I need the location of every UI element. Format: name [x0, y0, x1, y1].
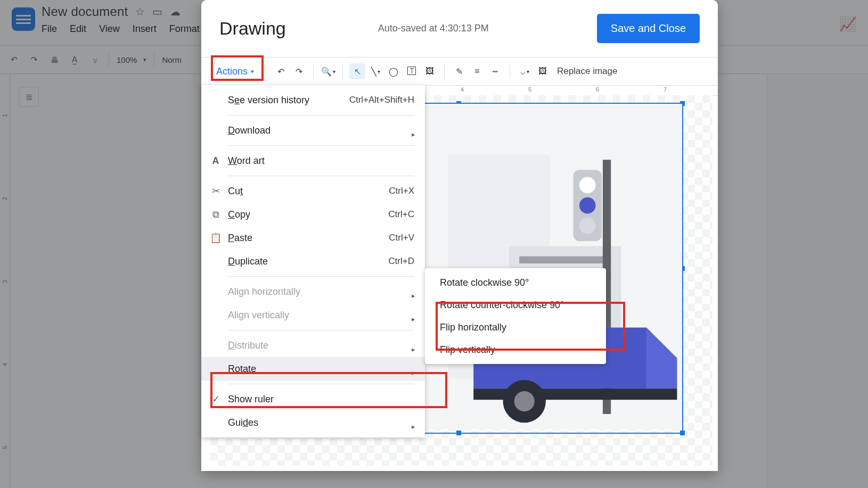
actions-menu: See version history Ctrl+Alt+Shift+H Dow… [201, 85, 425, 437]
paste-icon: 📋 [210, 232, 222, 244]
svg-point-8 [579, 197, 596, 214]
menu-download[interactable]: Download [201, 119, 425, 142]
zoom-icon[interactable]: 🔍 [320, 63, 336, 79]
menu-duplicate[interactable]: Duplicate Ctrl+D [201, 250, 425, 273]
crop-icon[interactable]: ⌵ [517, 63, 533, 79]
drawing-dialog: Drawing Auto-saved at 4:30:13 PM Save an… [201, 0, 718, 471]
select-tool-icon[interactable]: ↖ [349, 63, 365, 79]
submenu-rotate-ccw[interactable]: Rotate counter-clockwise 90° [425, 294, 606, 316]
menu-rotate[interactable]: Rotate [201, 357, 425, 381]
redo-icon[interactable]: ↷ [291, 63, 307, 79]
save-and-close-button[interactable]: Save and Close [597, 14, 700, 43]
menu-guides[interactable]: Guides [201, 411, 425, 434]
menu-copy[interactable]: ⧉ Copy Ctrl+C [201, 203, 425, 226]
border-dash-icon[interactable]: ┅ [487, 63, 503, 79]
svg-rect-3 [519, 257, 611, 263]
actions-dropdown[interactable]: Actions [211, 63, 259, 80]
line-tool-icon[interactable]: ╲ [367, 63, 383, 79]
border-weight-icon[interactable]: ≡ [469, 63, 485, 79]
image-tool-icon[interactable]: 🖼 [422, 63, 438, 79]
submenu-rotate-cw[interactable]: Rotate clockwise 90° [425, 271, 606, 294]
wordart-icon: A [210, 155, 222, 167]
menu-paste[interactable]: 📋 Paste Ctrl+V [201, 226, 425, 250]
menu-distribute: Distribute [201, 334, 425, 357]
rotate-submenu: Rotate clockwise 90° Rotate counter-cloc… [425, 268, 606, 364]
menu-show-ruler[interactable]: ✓ Show ruler [201, 387, 425, 411]
autosave-status: Auto-saved at 4:30:13 PM [270, 23, 597, 34]
menu-align-vertically: Align vertically [201, 303, 425, 327]
svg-point-9 [579, 218, 596, 234]
menu-wordart[interactable]: A Word art [201, 149, 425, 172]
textbox-tool-icon[interactable]: 🅃 [404, 63, 420, 79]
replace-image-label[interactable]: Replace image [557, 66, 617, 77]
menu-cut[interactable]: ✂ Cut Ctrl+X [201, 179, 425, 203]
submenu-flip-horizontal[interactable]: Flip horizontally [425, 316, 606, 338]
svg-point-14 [514, 391, 535, 411]
menu-version-history[interactable]: See version history Ctrl+Alt+Shift+H [201, 88, 425, 112]
copy-icon: ⧉ [210, 209, 222, 220]
check-icon: ✓ [210, 393, 222, 405]
border-color-icon[interactable]: ✎ [451, 63, 467, 79]
cut-icon: ✂ [210, 185, 222, 197]
submenu-flip-vertical[interactable]: Flip vertically [425, 338, 606, 361]
replace-image-icon[interactable]: 🖼 [535, 63, 551, 79]
shape-tool-icon[interactable]: ◯ [386, 63, 402, 79]
undo-icon[interactable]: ↶ [273, 63, 289, 79]
drawing-toolbar: Actions ↶ ↷ 🔍 ↖ ╲ ◯ 🅃 🖼 ✎ ≡ ┅ ⌵ 🖼 Replac… [201, 57, 718, 86]
menu-align-horizontally: Align horizontally [201, 280, 425, 303]
svg-point-7 [579, 177, 596, 194]
